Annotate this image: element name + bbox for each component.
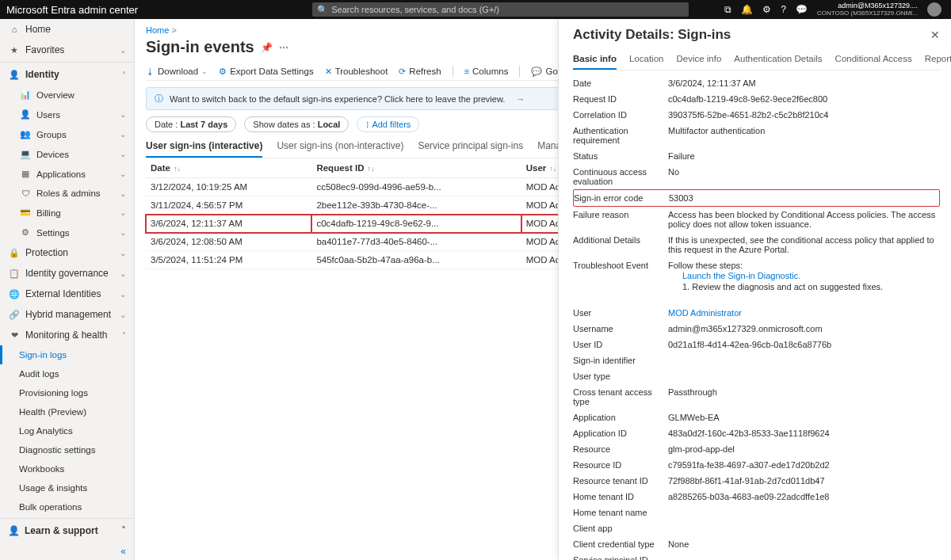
activity-details-panel: Activity Details: Sign-ins ✕ Basic info … xyxy=(558,19,951,560)
nav-favorites[interactable]: ★Favorites⌄ xyxy=(0,40,134,60)
devices-icon: 💻 xyxy=(19,149,32,159)
panel-title: Activity Details: Sign-ins xyxy=(573,27,731,43)
kv-additional-details: Additional DetailsIf this is unexpected,… xyxy=(573,232,940,257)
col-request-id[interactable]: Request ID↑↓ xyxy=(311,158,521,178)
nav-overview[interactable]: 📊Overview xyxy=(0,85,134,105)
nav-diagnostic[interactable]: Diagnostic settings xyxy=(0,440,134,459)
cell-req: ba4011e7-77d3-40e5-8460-... xyxy=(311,233,521,251)
kv-user-type: User type xyxy=(573,368,940,384)
nav-log-analytics[interactable]: Log Analytics xyxy=(0,421,134,440)
launch-diagnostic-link[interactable]: Launch the Sign-in Diagnostic. xyxy=(682,271,800,280)
download-icon: ⭳ xyxy=(146,67,155,76)
sort-icon: ↑↓ xyxy=(368,165,375,173)
more-icon[interactable]: ⋯ xyxy=(279,42,288,53)
notice-text: Want to switch back to the default sign-… xyxy=(170,94,505,104)
cell-req: c0c4dafb-1219-49c8-9e62-9... xyxy=(311,215,521,233)
star-icon: ★ xyxy=(8,45,21,55)
refresh-button[interactable]: ⟳Refresh xyxy=(399,67,441,77)
users-icon: 👤 xyxy=(19,109,32,120)
panel-tabs: Basic info Location Device info Authenti… xyxy=(573,51,940,70)
chevron-down-icon: ⌄ xyxy=(120,150,126,158)
nav-signin-logs[interactable]: Sign-in logs xyxy=(0,345,134,364)
roles-icon: 🛡 xyxy=(19,189,32,198)
hybrid-icon: 🔗 xyxy=(8,310,21,320)
top-icons: ⧉ 🔔 ⚙ ? 💬 admin@M365x127329.... CONTOSO … xyxy=(724,2,945,17)
kv-cross-tenant: Cross tenant access typePassthrough xyxy=(573,384,940,410)
user-link[interactable]: MOD Administrator xyxy=(668,308,940,318)
nav-usage[interactable]: Usage & insights xyxy=(0,478,134,497)
feedback-icon[interactable]: 💬 xyxy=(796,4,808,15)
global-search[interactable]: 🔍 Search resources, services, and docs (… xyxy=(312,2,689,17)
tab-interactive[interactable]: User sign-ins (interactive) xyxy=(146,137,262,158)
ptab-auth[interactable]: Authentication Details xyxy=(734,51,822,70)
chevron-up-icon: ˄ xyxy=(121,525,126,536)
settings-icon[interactable]: ⚙ xyxy=(762,4,771,15)
columns-button[interactable]: ≡Columns xyxy=(464,67,509,76)
nav-home[interactable]: ⌂Home xyxy=(0,19,134,40)
nav-learn-support[interactable]: 👤Learn & support˄ xyxy=(0,518,134,543)
filter-dates-as[interactable]: Show dates as : Local xyxy=(244,116,349,132)
cell-date: 3/12/2024, 10:19:25 AM xyxy=(146,178,311,196)
tab-service-principal[interactable]: Service principal sign-ins xyxy=(418,137,523,158)
kv-status: StatusFailure xyxy=(573,148,940,164)
info-icon: ⓘ xyxy=(155,93,163,105)
ptab-location[interactable]: Location xyxy=(629,51,663,70)
filter-date[interactable]: Date : Last 7 days xyxy=(146,116,236,132)
collapse-sidebar-icon[interactable]: « xyxy=(120,546,126,557)
refresh-icon: ⟳ xyxy=(399,67,406,77)
ptab-conditional[interactable]: Conditional Access xyxy=(835,51,912,70)
breadcrumb-sep: > xyxy=(171,25,176,35)
pin-icon[interactable]: 📌 xyxy=(261,42,273,53)
breadcrumb-home[interactable]: Home xyxy=(146,25,169,35)
nav-roles[interactable]: 🛡Roles & admins⌄ xyxy=(0,184,134,203)
external-icon: 🌐 xyxy=(8,289,21,299)
nav-provisioning-logs[interactable]: Provisioning logs xyxy=(0,383,134,402)
nav-audit-logs[interactable]: Audit logs xyxy=(0,364,134,383)
nav-billing[interactable]: 💳Billing⌄ xyxy=(0,203,134,223)
gear-icon: ⚙ xyxy=(19,227,32,238)
nav-health[interactable]: Health (Preview) xyxy=(0,402,134,421)
sidebar: ⌂Home ★Favorites⌄ 👤Identity˄ 📊Overview 👤… xyxy=(0,19,135,560)
ptab-report[interactable]: Report-only xyxy=(925,51,951,70)
nav-users[interactable]: 👤Users⌄ xyxy=(0,105,134,124)
add-filters-button[interactable]: ⫶Add filters xyxy=(357,116,419,132)
sort-icon: ↑↓ xyxy=(549,165,556,173)
nav-monitoring[interactable]: ❤Monitoring & health˄ xyxy=(0,325,134,345)
export-button[interactable]: ⚙Export Data Settings xyxy=(219,67,313,77)
nav-devices[interactable]: 💻Devices⌄ xyxy=(0,144,134,164)
ptab-basic[interactable]: Basic info xyxy=(573,51,617,70)
apps-icon: ▦ xyxy=(19,169,32,179)
close-icon[interactable]: ✕ xyxy=(930,29,940,41)
nav-groups[interactable]: 👥Groups⌄ xyxy=(0,124,134,144)
top-bar: Microsoft Entra admin center 🔍 Search re… xyxy=(0,0,951,19)
col-date[interactable]: Date↑↓ xyxy=(146,158,311,178)
chevron-down-icon: ⌄ xyxy=(120,189,126,198)
account-info[interactable]: admin@M365x127329.... CONTOSO (M365X1273… xyxy=(817,2,918,17)
nav-identity[interactable]: 👤Identity˄ xyxy=(0,64,134,85)
kv-error-code: Sign-in error code53003 xyxy=(573,189,940,207)
filter-icon: ⫶ xyxy=(365,120,370,129)
nav-hybrid[interactable]: 🔗Hybrid management⌄ xyxy=(0,304,134,325)
notifications-icon[interactable]: 🔔 xyxy=(741,4,753,15)
nav-external[interactable]: 🌐External Identities⌄ xyxy=(0,284,134,304)
nav-applications[interactable]: ▦Applications⌄ xyxy=(0,164,134,184)
cloud-shell-icon[interactable]: ⧉ xyxy=(724,4,731,15)
nav-settings[interactable]: ⚙Settings⌄ xyxy=(0,223,134,242)
troubleshoot-step1: 1. Review the diagnosis and act on sugge… xyxy=(668,281,940,292)
ptab-device[interactable]: Device info xyxy=(676,51,721,70)
chevron-down-icon: ⌄ xyxy=(120,46,126,55)
cell-date: 3/6/2024, 12:11:37 AM xyxy=(146,215,311,233)
nav-bulk[interactable]: Bulk operations xyxy=(0,497,134,516)
download-button[interactable]: ⭳Download⌄ xyxy=(146,67,208,76)
kv-application: ApplicationGLMWeb-EA xyxy=(573,410,940,425)
tab-noninteractive[interactable]: User sign-ins (non-interactive) xyxy=(277,137,403,158)
feedback-icon: 💬 xyxy=(531,67,542,77)
avatar[interactable] xyxy=(927,2,941,17)
nav-workbooks[interactable]: Workbooks xyxy=(0,459,134,478)
help-icon[interactable]: ? xyxy=(781,4,786,15)
home-icon: ⌂ xyxy=(8,25,21,34)
nav-governance[interactable]: 📋Identity governance⌄ xyxy=(0,263,134,284)
kv-resource: Resourceglm-prod-app-del xyxy=(573,441,940,457)
nav-protection[interactable]: 🔒Protection⌄ xyxy=(0,242,134,263)
troubleshoot-button[interactable]: ✕Troubleshoot xyxy=(325,67,388,77)
